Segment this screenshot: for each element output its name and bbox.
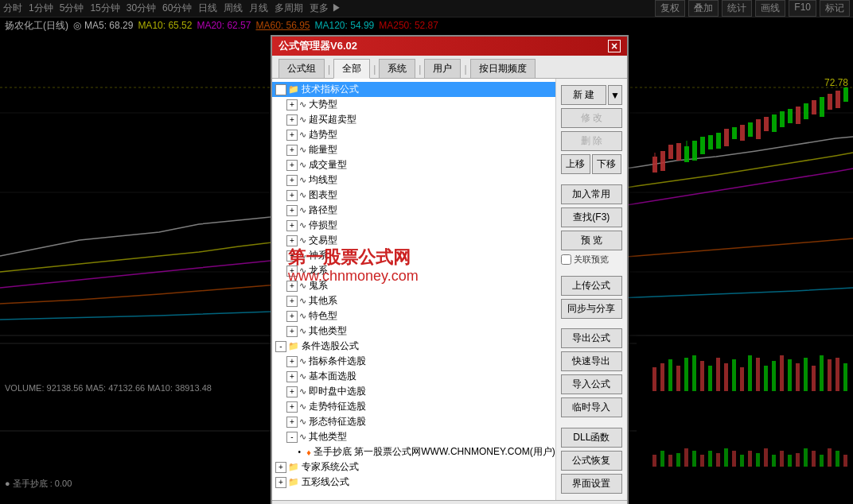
tab-sep4: | bbox=[462, 61, 468, 78]
move-buttons-row: 上移 下移 bbox=[561, 154, 622, 174]
button-panel: 新 建 ▼ 修 改 删 除 上移 下移 加入常用 查找(F3) 预 览 关联预览… bbox=[556, 79, 627, 500]
tree-panel[interactable]: 第一股票公式网 www.chnmoney.com - 📁 技术指标公式 + ∿ … bbox=[272, 79, 556, 500]
tree-item-xingtai[interactable]: + ∿ 形态特征选股 bbox=[272, 414, 555, 429]
expand-qitaxi[interactable]: + bbox=[286, 296, 298, 307]
tree-item-junxian[interactable]: + ∿ 均线型 bbox=[272, 173, 555, 188]
tree-item-zhuanjia[interactable]: + 📁 专家系统公式 bbox=[272, 459, 555, 475]
tree-item-jibenmian[interactable]: + ∿ 基本面选股 bbox=[272, 369, 555, 384]
tab-system[interactable]: 系统 bbox=[379, 59, 415, 78]
wave-icon4: ∿ bbox=[299, 145, 306, 155]
export-button[interactable]: 导出公式 bbox=[561, 328, 622, 348]
modify-button[interactable]: 修 改 bbox=[561, 108, 622, 128]
new-dropdown-button[interactable]: ▼ bbox=[608, 85, 622, 105]
dialog-tabs: 公式组 | 全部 | 系统 | 用户 | 按日期频度 bbox=[272, 56, 627, 79]
folder-icon4: 📁 bbox=[288, 477, 299, 487]
tree-item-guixi[interactable]: + ∿ 鬼系 bbox=[272, 278, 555, 293]
expand-tesexing[interactable]: + bbox=[286, 311, 298, 322]
tree-item-shenxi[interactable]: + ∿ 神系 bbox=[272, 248, 555, 263]
expand-shenxi[interactable]: + bbox=[286, 250, 298, 262]
expand-dashixing[interactable]: + bbox=[286, 99, 298, 110]
expand-guixi[interactable]: + bbox=[286, 281, 298, 292]
tree-item-tesexing[interactable]: + ∿ 特色型 bbox=[272, 308, 555, 324]
wave-icon19: ∿ bbox=[299, 386, 306, 397]
expand-zhibiao-tiaojian[interactable]: + bbox=[286, 356, 298, 367]
tree-item-chengjiaoliang[interactable]: + ∿ 成交量型 bbox=[272, 157, 555, 173]
wave-icon14: ∿ bbox=[299, 296, 306, 306]
move-up-button[interactable]: 上移 bbox=[561, 154, 590, 174]
expand-nengliang[interactable]: + bbox=[286, 145, 298, 156]
expand-qitaleixing[interactable]: + bbox=[286, 326, 298, 337]
tree-item-zhibiao-tiaojian[interactable]: + ∿ 指标条件选股 bbox=[272, 354, 555, 369]
tree-item-other-type[interactable]: - ∿ 其他类型 bbox=[272, 429, 555, 444]
dialog-title: 公式管理器V6.02 bbox=[278, 39, 357, 53]
add-favorite-button[interactable]: 加入常用 bbox=[561, 184, 622, 204]
expand-tubiao[interactable]: + bbox=[286, 190, 298, 201]
tree-item-wucaixin[interactable]: + 📁 五彩线公式 bbox=[272, 475, 555, 490]
tree-item-jiaoyi[interactable]: + ∿ 交易型 bbox=[272, 233, 555, 248]
tree-item-jishidisk[interactable]: + ∿ 即时盘中选股 bbox=[272, 384, 555, 399]
tree-item-tiaojian[interactable]: - 📁 条件选股公式 bbox=[272, 339, 555, 354]
preview-button[interactable]: 预 览 bbox=[561, 231, 622, 250]
expand-jishidisk[interactable]: + bbox=[286, 386, 298, 397]
label-qitaleixing: 其他类型 bbox=[309, 324, 347, 338]
expand-tiaojian[interactable]: - bbox=[275, 341, 286, 352]
tree-item-qushi[interactable]: + ∿ 趋势型 bbox=[272, 127, 555, 142]
tree-item-shengshouchao[interactable]: • ♦ 圣手抄底 第一股票公式网WWW.CHNMONEY.COM(用户) bbox=[272, 444, 555, 459]
import-button[interactable]: 导入公式 bbox=[561, 374, 622, 394]
expand-zhuanjia[interactable]: + bbox=[275, 462, 286, 473]
tree-item-nengliang[interactable]: + ∿ 能量型 bbox=[272, 142, 555, 157]
new-btn-row: 新 建 ▼ bbox=[561, 85, 622, 105]
expand-jiaoyi[interactable]: + bbox=[286, 235, 298, 246]
label-wucaixin: 五彩线公式 bbox=[302, 475, 349, 489]
tree-item-dashixing[interactable]: + ∿ 大势型 bbox=[272, 97, 555, 112]
tree-item-lujing[interactable]: + ∿ 路径型 bbox=[272, 203, 555, 218]
dll-button[interactable]: DLL函数 bbox=[561, 428, 622, 448]
tab-formula-group[interactable]: 公式组 bbox=[278, 59, 325, 78]
expand-tech-indicators[interactable]: - bbox=[275, 84, 286, 95]
expand-xingtai[interactable]: + bbox=[286, 417, 298, 428]
expand-qushi[interactable]: + bbox=[286, 130, 298, 141]
expand-lujing[interactable]: + bbox=[286, 205, 298, 216]
folder-icon2: 📁 bbox=[288, 341, 299, 351]
expand-chengjiaoliang[interactable]: + bbox=[286, 160, 298, 171]
temp-import-button[interactable]: 临时导入 bbox=[561, 397, 622, 417]
tree-item-qitaleixing[interactable]: + ∿ 其他类型 bbox=[272, 324, 555, 339]
tree-item-qitaxi[interactable]: + ∿ 其他系 bbox=[272, 293, 555, 308]
tree-item-chaogoumaiquan[interactable]: + ∿ 超买超卖型 bbox=[272, 112, 555, 127]
expand-zoushe[interactable]: + bbox=[286, 401, 298, 413]
upload-button[interactable]: 上传公式 bbox=[561, 276, 622, 296]
tab-sep3: | bbox=[417, 61, 423, 78]
expand-other-type[interactable]: - bbox=[286, 432, 298, 443]
expand-junxian[interactable]: + bbox=[286, 175, 298, 186]
move-down-button[interactable]: 下移 bbox=[592, 154, 621, 174]
label-qitaxi: 其他系 bbox=[309, 294, 337, 308]
search-button[interactable]: 查找(F3) bbox=[561, 207, 622, 227]
quick-export-button[interactable]: 快速导出 bbox=[561, 351, 622, 371]
expand-tingsun[interactable]: + bbox=[286, 220, 298, 231]
tab-sep1: | bbox=[326, 61, 332, 78]
wave-icon12: ∿ bbox=[299, 266, 306, 276]
link-preview-checkbox[interactable] bbox=[561, 254, 571, 265]
tab-user[interactable]: 用户 bbox=[424, 59, 461, 78]
wave-icon2: ∿ bbox=[299, 114, 306, 125]
ui-settings-button[interactable]: 界面设置 bbox=[561, 474, 622, 494]
dialog-close-button[interactable]: × bbox=[608, 40, 621, 52]
restore-button[interactable]: 公式恢复 bbox=[561, 451, 622, 471]
tree-item-tubiao[interactable]: + ∿ 图表型 bbox=[272, 188, 555, 203]
tab-all[interactable]: 全部 bbox=[333, 59, 370, 79]
sync-button[interactable]: 同步与分享 bbox=[561, 299, 622, 319]
label-longxi: 龙系 bbox=[309, 264, 328, 277]
expand-chaogoumai[interactable]: + bbox=[286, 114, 298, 126]
delete-button[interactable]: 删 除 bbox=[561, 131, 622, 151]
new-button[interactable]: 新 建 bbox=[561, 85, 606, 105]
tree-item-longxi[interactable]: + ∿ 龙系 bbox=[272, 263, 555, 278]
expand-longxi[interactable]: + bbox=[286, 266, 298, 277]
expand-jibenmian[interactable]: + bbox=[286, 371, 298, 382]
dialog-titlebar: 公式管理器V6.02 × bbox=[272, 37, 627, 56]
tree-item-tech-indicators[interactable]: - 📁 技术指标公式 bbox=[272, 82, 555, 97]
tab-by-period[interactable]: 按日期频度 bbox=[470, 59, 536, 78]
tree-item-zoushe-tezheng[interactable]: + ∿ 走势特征选股 bbox=[272, 399, 555, 414]
expand-wucaixin[interactable]: + bbox=[275, 477, 286, 488]
tree-item-tingsun[interactable]: + ∿ 停损型 bbox=[272, 218, 555, 233]
label-shengshouchao: 圣手抄底 第一股票公式网WWW.CHNMONEY.COM(用户) bbox=[314, 445, 555, 459]
